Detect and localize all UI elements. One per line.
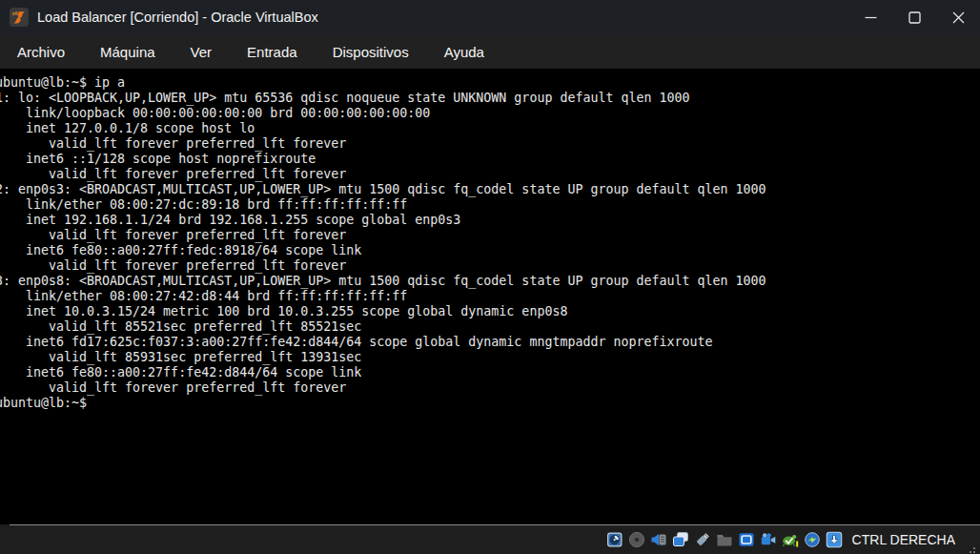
- menu-item-ayuda[interactable]: Ayuda: [444, 44, 484, 60]
- shared-folders-icon[interactable]: [716, 530, 734, 548]
- status-icons: [606, 530, 844, 548]
- close-icon: [952, 11, 965, 24]
- title-bar[interactable]: x64 Load Balancer [Corriendo] - Oracle V…: [0, 0, 980, 34]
- minimize-icon: [865, 11, 877, 24]
- close-button[interactable]: [936, 0, 980, 34]
- network-icon[interactable]: [672, 530, 690, 548]
- menu-item-maquina[interactable]: Máquina: [100, 44, 155, 60]
- optical-disk-icon[interactable]: [628, 530, 646, 548]
- terminal-output: ubuntu@lb:~$ ip a 1: lo: <LOOPBACK,UP,LO…: [0, 69, 980, 411]
- window-controls: [848, 0, 980, 34]
- menu-item-entrada[interactable]: Entrada: [247, 44, 297, 60]
- menu-item-ver[interactable]: Ver: [191, 44, 213, 60]
- window-title: Load Balancer [Corriendo] - Oracle Virtu…: [37, 10, 318, 25]
- mouse-integration-icon[interactable]: [804, 530, 822, 548]
- recording-icon[interactable]: [760, 530, 778, 548]
- menu-item-archivo[interactable]: Archivo: [17, 44, 65, 60]
- keyboard-icon[interactable]: [826, 530, 844, 548]
- minimize-button[interactable]: [848, 0, 892, 34]
- virtualbox-x64-app-icon[interactable]: x64: [10, 8, 29, 27]
- menu-bar: ArchivoMáquinaVerEntradaDispositivosAyud…: [0, 34, 980, 69]
- usb-icon[interactable]: [694, 530, 712, 548]
- audio-icon[interactable]: [650, 530, 668, 548]
- display-icon[interactable]: [738, 530, 756, 548]
- maximize-button[interactable]: [892, 0, 936, 34]
- menu-item-dispositivos[interactable]: Dispositivos: [333, 44, 409, 60]
- resize-grip[interactable]: [965, 543, 976, 554]
- vm-console-screen[interactable]: ubuntu@lb:~$ ip a 1: lo: <LOOPBACK,UP,LO…: [0, 69, 980, 524]
- hard-disk-icon[interactable]: [606, 530, 624, 548]
- maximize-icon: [909, 11, 921, 24]
- host-key-label: CTRL DERECHA: [852, 532, 955, 547]
- status-bar: CTRL DERECHA: [0, 524, 980, 554]
- virtualbox-vm-window: x64 Load Balancer [Corriendo] - Oracle V…: [0, 0, 980, 554]
- features-icon[interactable]: [782, 530, 800, 548]
